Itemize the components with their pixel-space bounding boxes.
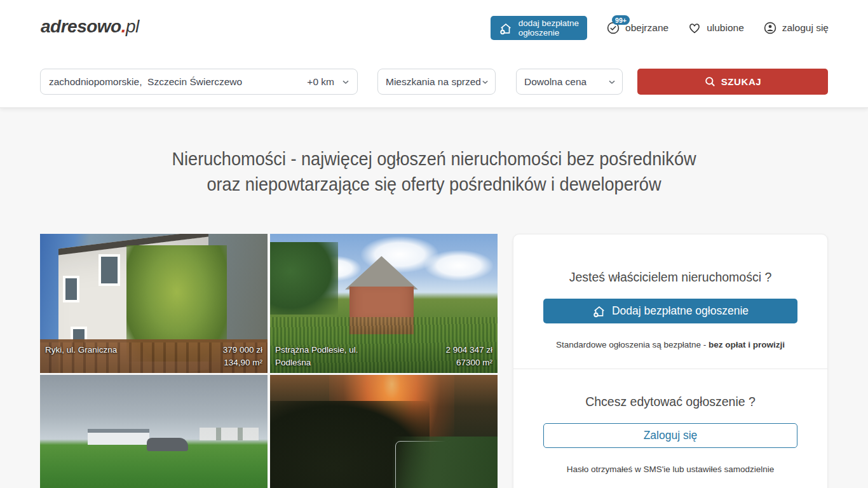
check-circle-icon: 99+: [606, 21, 620, 35]
radius-value: +0 km: [307, 76, 334, 88]
chevron-down-icon: [480, 77, 490, 87]
property-photo: [40, 375, 268, 488]
price-select[interactable]: Dowolna cena: [516, 69, 623, 95]
free-note-bold: bez opłat i prowizji: [709, 340, 785, 349]
location-input[interactable]: [49, 76, 303, 88]
owner-heading: Jesteś właścicielem nieruchomości ?: [513, 270, 827, 285]
header: adresowo.pl dodaj bezpłatne ogłoszenie: [0, 0, 868, 108]
add-listing-label-line2: ogłoszenie: [519, 28, 560, 37]
chevron-down-icon: [607, 77, 617, 87]
price-value: Dowolna cena: [524, 76, 587, 88]
house-plus-icon: [499, 21, 513, 35]
radius-select[interactable]: +0 km: [307, 76, 351, 88]
logo-name: adresowo: [41, 17, 121, 36]
listing-label: Pstrążna Podlesie, ul. Podleśna 2 904 34…: [270, 341, 498, 373]
listing-card[interactable]: Kliniska Wielkie, Radosna 369 000 zł: [40, 375, 268, 488]
nav-item-favorites[interactable]: ulubione: [688, 21, 744, 35]
owner-panel: Jesteś właścicielem nieruchomości ? Doda…: [513, 234, 828, 488]
nav-login-label: zaloguj się: [782, 22, 829, 34]
logo[interactable]: adresowo.pl: [41, 17, 139, 37]
category-value: Mieszkania na sprzeda: [386, 76, 480, 88]
nav-viewed-label: obejrzane: [625, 22, 668, 34]
add-free-listing-button[interactable]: Dodaj bezpłatne ogłoszenie: [543, 299, 797, 323]
login-button[interactable]: Zaloguj się: [543, 423, 797, 448]
logo-dot: .: [121, 17, 126, 36]
listing-price: 379 000 zł: [223, 344, 262, 356]
property-photo: [270, 375, 498, 488]
nav-item-login[interactable]: zaloguj się: [763, 21, 829, 35]
listing-address: Ryki, ul. Graniczna: [45, 344, 117, 356]
listing-price: 2 904 347 zł: [445, 344, 492, 356]
add-listing-label-line1: dodaj bezpłatne: [519, 18, 579, 28]
listing-address-2: Podleśna: [275, 356, 358, 369]
listing-card[interactable]: Warszawa Białołęka, ul. 725 000 zł: [270, 375, 498, 488]
chevron-down-icon: [341, 77, 351, 87]
logo-tld: pl: [126, 17, 139, 36]
page-title-line2: oraz niepowtarzające się oferty pośredni…: [207, 173, 661, 194]
listing-address: Pstrążna Podlesie, ul.: [275, 344, 358, 356]
listing-card[interactable]: Ryki, ul. Graniczna 379 000 zł 134,90 m²: [40, 234, 268, 373]
listing-area: 67300 m²: [445, 356, 492, 369]
viewed-count-badge: 99+: [612, 15, 630, 25]
search-icon: [704, 76, 716, 88]
category-select[interactable]: Mieszkania na sprzeda: [377, 69, 496, 95]
page-title-line1: Nieruchomości - najwięcej ogłoszeń nieru…: [172, 148, 696, 169]
listing-area: 134,90 m²: [223, 356, 262, 369]
user-circle-icon: [763, 21, 777, 35]
page: adresowo.pl dodaj bezpłatne ogłoszenie: [0, 0, 868, 488]
search-button[interactable]: SZUKAJ: [637, 69, 828, 95]
heart-icon: [688, 21, 702, 35]
nav-item-viewed[interactable]: 99+ obejrzane: [606, 21, 668, 35]
listing-label: Ryki, ul. Graniczna 379 000 zł 134,90 m²: [40, 341, 268, 373]
location-field: +0 km: [40, 69, 358, 95]
add-listing-button[interactable]: dodaj bezpłatne ogłoszenie: [491, 16, 587, 40]
nav-favorites-label: ulubione: [707, 22, 744, 34]
listing-card[interactable]: Pstrążna Podlesie, ul. Podleśna 2 904 34…: [270, 234, 498, 373]
top-nav: dodaj bezpłatne ogłoszenie 99+ obejrzane: [491, 0, 829, 56]
add-free-listing-label: Dodaj bezpłatne ogłoszenie: [612, 304, 749, 318]
login-button-label: Zaloguj się: [644, 429, 698, 442]
free-listings-note: Standardowe ogłoszenia są bezpłatne - be…: [513, 340, 827, 349]
divider: [513, 369, 827, 369]
search-button-label: SZUKAJ: [721, 76, 762, 87]
edit-heading: Chcesz edytować ogłoszenie ?: [513, 395, 827, 409]
free-note-text: Standardowe ogłoszenia są bezpłatne -: [556, 340, 709, 349]
page-title: Nieruchomości - najwięcej ogłoszeń nieru…: [35, 146, 834, 197]
password-note: Hasło otrzymałeś w SMS'ie lub ustawiłeś …: [513, 464, 827, 474]
search-bar: +0 km Mieszkania na sprzeda Dowolna cena…: [0, 69, 868, 95]
house-plus-icon: [592, 304, 606, 318]
